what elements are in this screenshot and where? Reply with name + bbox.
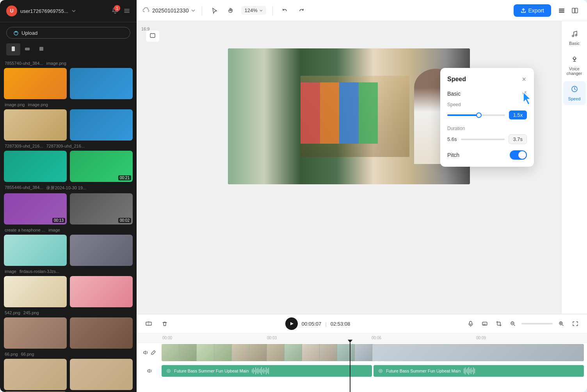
svg-rect-7 xyxy=(559,9,564,10)
list-item[interactable] xyxy=(70,235,133,266)
audio-volume-icon[interactable] xyxy=(146,367,153,375)
timeline-controls: 00:05:07 | 02:53:08 xyxy=(137,314,587,333)
editor-workspace: 16:9 xyxy=(137,21,587,314)
audio-tracks: Future Bass Summer Fun Upbeat Main xyxy=(162,365,584,377)
clip-thumb xyxy=(337,344,354,361)
clip-thumb xyxy=(249,344,267,361)
audio-track-2[interactable]: Future Bass Summer Fun Upbeat Main xyxy=(374,365,584,377)
canvas-area: 16:9 xyxy=(137,21,561,314)
speed-panel-close-btn[interactable]: × xyxy=(521,75,527,84)
track-controls xyxy=(140,349,159,356)
zoom-control[interactable]: 124% xyxy=(241,6,266,15)
upload-button[interactable]: Upload xyxy=(6,27,130,39)
play-button[interactable] xyxy=(285,317,298,330)
media-label-7b: 245.png xyxy=(23,310,39,315)
list-item[interactable] xyxy=(4,317,67,349)
right-panel-item-voice[interactable]: Voice changer xyxy=(563,51,586,80)
music-note-icon xyxy=(571,30,578,39)
media-label-1b: image.png xyxy=(46,61,66,66)
media-label-8a: 66.png xyxy=(5,352,18,356)
duration-slider[interactable] xyxy=(461,139,505,140)
clip-thumbnails xyxy=(162,344,584,361)
view-landscape-btn[interactable] xyxy=(20,43,34,55)
media-row-8 xyxy=(4,359,133,390)
list-item[interactable] xyxy=(4,68,67,99)
media-labels-6: image firdaus-roslan-3Jzs... xyxy=(4,267,133,276)
list-item[interactable] xyxy=(70,359,133,390)
ruler-mark: 00:00 xyxy=(162,336,267,340)
menu-icon[interactable] xyxy=(123,7,130,14)
list-item[interactable]: 00:21 xyxy=(70,151,133,182)
video-track[interactable] xyxy=(162,344,584,361)
clip-thumb xyxy=(162,344,179,361)
delete-btn[interactable] xyxy=(159,318,170,329)
clip-thumb xyxy=(372,344,584,361)
media-label-5b: image xyxy=(48,228,60,232)
crop-btn[interactable] xyxy=(493,318,504,329)
audio-track-label: Future Bass Summer Fun Upbeat Main xyxy=(174,369,249,373)
pointer-tool-btn[interactable] xyxy=(208,5,220,16)
export-button[interactable]: Export xyxy=(514,4,551,17)
svg-rect-18 xyxy=(470,321,472,324)
view-portrait-btn[interactable] xyxy=(6,43,20,55)
redo-btn[interactable] xyxy=(295,5,307,16)
clip-thumb xyxy=(232,344,249,361)
notification-bell[interactable]: 1 xyxy=(112,7,119,15)
section-title: Basic xyxy=(447,91,461,97)
list-item[interactable] xyxy=(4,235,67,266)
duration-field-label: Duration xyxy=(447,126,527,131)
subtitle-btn[interactable] xyxy=(479,318,490,329)
edit-icon[interactable] xyxy=(149,349,157,356)
audio-track-controls xyxy=(140,367,159,375)
list-item[interactable]: 00:13 xyxy=(4,193,67,225)
hand-tool-btn[interactable] xyxy=(225,5,237,16)
green-cloth xyxy=(359,82,378,144)
speed-panel: Speed × Basic ↺ Speed 1.5x xyxy=(440,68,534,167)
svg-point-15 xyxy=(573,57,576,59)
mic-btn[interactable] xyxy=(465,318,476,329)
svg-point-25 xyxy=(380,371,381,372)
right-panel-item-basic[interactable]: Basic xyxy=(563,26,586,50)
svg-rect-9 xyxy=(559,12,564,13)
list-item[interactable] xyxy=(4,109,67,141)
clip-thumb xyxy=(320,344,337,361)
toolbar-divider-2 xyxy=(272,6,273,15)
layout-list-btn[interactable] xyxy=(556,5,567,16)
list-item[interactable] xyxy=(70,276,133,307)
zoom-out-btn[interactable] xyxy=(507,318,518,329)
split-clip-btn[interactable] xyxy=(143,318,155,330)
list-item[interactable] xyxy=(70,109,133,141)
view-square-btn[interactable] xyxy=(34,43,48,55)
project-name[interactable]: 202501012330 xyxy=(143,7,196,14)
list-item[interactable] xyxy=(4,359,67,390)
list-item[interactable]: 00:02 xyxy=(70,193,133,225)
upload-label: Upload xyxy=(21,30,37,36)
aspect-ratio-btn[interactable] xyxy=(146,30,159,42)
audio-track-1[interactable]: Future Bass Summer Fun Upbeat Main xyxy=(162,365,372,377)
pitch-toggle[interactable] xyxy=(510,150,527,160)
svg-rect-10 xyxy=(572,8,575,13)
undo-btn[interactable] xyxy=(279,5,291,16)
media-labels-1: 7855740-uhd_384... image.png xyxy=(4,59,133,68)
list-item[interactable] xyxy=(70,317,133,349)
layout-btns xyxy=(556,5,581,16)
media-label-2a: image.png xyxy=(5,102,25,107)
audio-track-label-2: Future Bass Summer Fun Upbeat Main xyxy=(386,369,461,373)
svg-rect-12 xyxy=(150,34,155,37)
speed-slider-thumb[interactable] xyxy=(476,112,482,118)
media-label-2b: image.png xyxy=(28,102,48,107)
media-label-4a: 7855446-uhd_384... xyxy=(5,185,43,191)
list-item[interactable] xyxy=(4,151,67,182)
chevron-down-icon[interactable] xyxy=(71,9,76,13)
layout-split-btn[interactable] xyxy=(569,5,581,16)
list-item[interactable] xyxy=(70,68,133,99)
playhead[interactable] xyxy=(350,343,350,392)
list-item[interactable] xyxy=(4,276,67,307)
timeline-zoom-slider[interactable] xyxy=(521,323,553,324)
fullscreen-btn[interactable] xyxy=(570,318,581,329)
speed-slider-track[interactable] xyxy=(447,114,505,116)
volume-icon[interactable] xyxy=(142,349,149,356)
zoom-in-btn[interactable] xyxy=(556,318,567,329)
speed-slider-fill xyxy=(447,114,479,116)
right-panel-item-speed[interactable]: Speed xyxy=(563,81,586,105)
